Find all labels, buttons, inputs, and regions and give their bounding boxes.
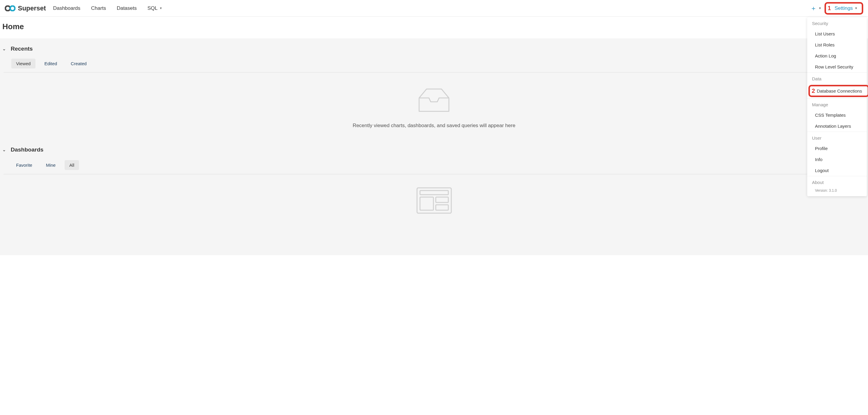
dashboards-empty-state [2, 174, 866, 229]
callout-database-connections: 2 Database Connections [808, 85, 868, 97]
svg-point-1 [10, 6, 15, 11]
settings-group-data: Data [807, 73, 867, 84]
svg-rect-5 [436, 197, 448, 202]
section-header-dashboards[interactable]: ⌄ Dashboards [2, 147, 866, 153]
caret-down-icon: ▼ [818, 6, 822, 10]
section-dashboards: ⌄ Dashboards Favorite Mine All ＋ DASHBOA… [2, 147, 866, 229]
section-header-recents[interactable]: ⌄ Recents [2, 45, 866, 52]
tab-all[interactable]: All [65, 160, 79, 170]
settings-item-database-connections[interactable]: Database Connections [817, 88, 862, 94]
tab-created[interactable]: Created [66, 59, 91, 68]
recents-empty-text: Recently viewed charts, dashboards, and … [353, 123, 515, 129]
svg-rect-4 [420, 197, 433, 210]
callout-number-2: 2 [812, 88, 815, 94]
settings-item-logout[interactable]: Logout [807, 165, 867, 176]
recents-empty-state: Recently viewed charts, dashboards, and … [2, 73, 866, 134]
settings-menu: Security List Users List Roles Action Lo… [807, 17, 867, 196]
svg-rect-6 [436, 205, 448, 210]
brand[interactable]: Superset [5, 4, 46, 12]
section-title: Dashboards [11, 147, 43, 153]
settings-item-annotation-layers[interactable]: Annotation Layers [807, 121, 867, 132]
page-title: Home [2, 22, 866, 31]
settings-item-info[interactable]: Info [807, 154, 867, 165]
settings-item-css-templates[interactable]: CSS Templates [807, 109, 867, 121]
create-new-dropdown[interactable]: ＋ ▼ [810, 4, 822, 13]
callout-number-1: 1 [828, 5, 831, 11]
settings-group-security: Security [807, 17, 867, 28]
nav-items: Dashboards Charts Datasets SQL ▼ [53, 5, 162, 11]
top-nav: Superset Dashboards Charts Datasets SQL … [0, 0, 868, 17]
empty-dashboard-icon [415, 186, 453, 216]
nav-item-sql[interactable]: SQL ▼ [148, 5, 162, 11]
settings-item-action-log[interactable]: Action Log [807, 50, 867, 61]
chevron-down-icon: ⌄ [2, 147, 6, 152]
tab-edited[interactable]: Edited [40, 59, 62, 68]
nav-right: ＋ ▼ 1 Settings ▼ [810, 2, 863, 14]
settings-version: Version: 3.1.0 [807, 187, 867, 196]
settings-group-about: About [807, 176, 867, 187]
svg-rect-2 [417, 188, 451, 213]
section-recents: ⌄ Recents Viewed Edited Created Recently… [2, 45, 866, 134]
page-title-area: Home [0, 17, 868, 38]
caret-down-icon: ▼ [159, 6, 162, 10]
section-title: Recents [11, 45, 33, 52]
dashboards-tab-row: Favorite Mine All ＋ DASHBOARD [4, 160, 866, 174]
tab-favorite[interactable]: Favorite [11, 160, 37, 170]
superset-logo-icon [5, 5, 16, 11]
brand-name: Superset [18, 4, 46, 12]
settings-item-profile[interactable]: Profile [807, 143, 867, 154]
settings-group-manage: Manage [807, 99, 867, 109]
callout-settings: 1 Settings ▼ [825, 2, 863, 14]
svg-rect-3 [420, 191, 448, 195]
settings-dropdown[interactable]: Settings ▼ [832, 4, 860, 12]
chevron-down-icon: ⌄ [2, 46, 6, 51]
body-area: ⌄ Recents Viewed Edited Created Recently… [0, 38, 868, 255]
recents-tab-row: Viewed Edited Created [4, 59, 866, 73]
settings-item-list-users[interactable]: List Users [807, 28, 867, 39]
tab-mine[interactable]: Mine [41, 160, 60, 170]
plus-icon: ＋ [810, 4, 817, 13]
tab-viewed[interactable]: Viewed [11, 59, 35, 68]
nav-item-charts[interactable]: Charts [91, 5, 106, 11]
empty-inbox-icon [415, 85, 453, 116]
settings-item-list-roles[interactable]: List Roles [807, 39, 867, 50]
settings-group-user: User [807, 132, 867, 143]
nav-item-datasets[interactable]: Datasets [117, 5, 137, 11]
caret-down-icon: ▼ [855, 6, 858, 10]
settings-item-row-level-security[interactable]: Row Level Security [807, 61, 867, 72]
nav-item-dashboards[interactable]: Dashboards [53, 5, 81, 11]
